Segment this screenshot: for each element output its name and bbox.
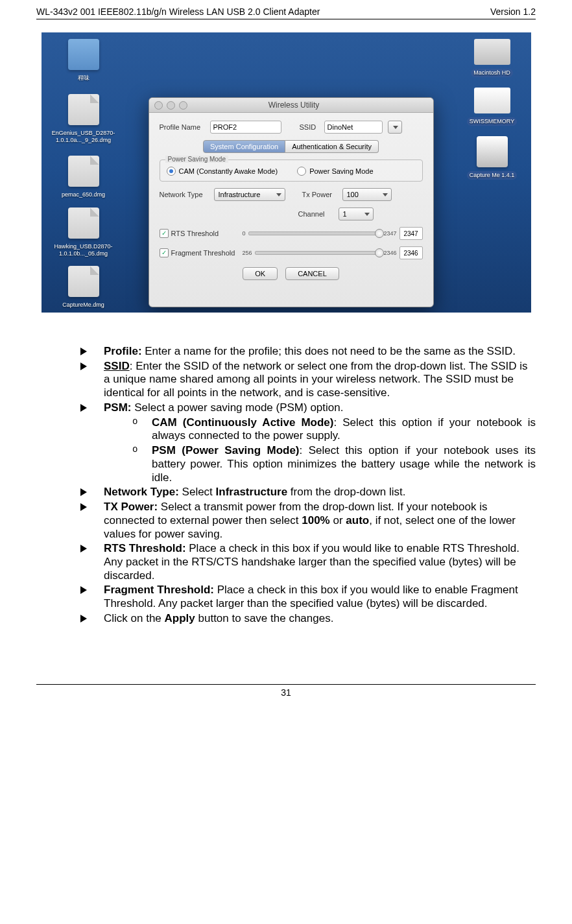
b2: auto: [346, 514, 369, 527]
t: button to save the changes.: [195, 612, 334, 624]
channel-label: Channel: [298, 210, 333, 218]
psm-group-label: Power Saving Mode: [165, 156, 229, 163]
ssid-input[interactable]: DinoNet: [324, 121, 383, 134]
t: or: [330, 514, 346, 527]
profile-name-label: Profile Name: [160, 123, 205, 131]
dmg-icon: [68, 207, 99, 239]
bullet-network-type: Network Type: Select Infrastructure from…: [80, 486, 536, 499]
rts-value-box[interactable]: 2347: [399, 227, 423, 240]
bullet-network-bold: Infrastructure: [216, 486, 288, 498]
cancel-button[interactable]: CANCEL: [285, 267, 339, 280]
radio-icon: [297, 167, 306, 176]
zoom-icon[interactable]: [179, 101, 187, 110]
t: Click on the: [104, 612, 165, 624]
header-right: Version 1.2: [490, 6, 536, 17]
bullet-network-label: Network Type:: [104, 486, 179, 498]
tab-authentication-security[interactable]: Authentication & Security: [285, 140, 379, 153]
rts-checkbox[interactable]: [160, 229, 169, 238]
frag-slider[interactable]: [255, 251, 381, 255]
bullet-rts-label: RTS Threshold:: [104, 542, 186, 554]
desktop-drive-macintosh: Macintosh HD: [460, 39, 525, 77]
frag-value-box[interactable]: 2346: [399, 246, 423, 259]
header-left: WL-343v2 001 IEEE802.11b/g/n Wireless LA…: [36, 6, 320, 17]
ok-button[interactable]: OK: [243, 267, 278, 280]
radio-cam-label: CAM (Constantly Awake Mode): [179, 167, 278, 175]
folder-icon: [68, 39, 99, 70]
drive-icon: [474, 88, 510, 113]
t: from the drop-down list.: [287, 486, 405, 498]
frag-min: 256: [243, 250, 252, 256]
ssid-dropdown[interactable]: [388, 121, 402, 134]
radio-icon: [167, 167, 176, 176]
bullet-psm-text: Select a power saving mode (PSM) option.: [132, 401, 344, 414]
rts-slider[interactable]: [248, 231, 381, 235]
radio-psm-label: Power Saving Mode: [309, 167, 373, 175]
network-type-select[interactable]: Infrastructure: [214, 188, 285, 201]
icon-label: Capture Me 1.4.1: [467, 171, 518, 180]
close-icon[interactable]: [154, 101, 163, 110]
desktop-dmg-engenius: EnGenius_USB_D2870-1.0.1.0a..._9_26.dmg: [51, 94, 116, 145]
bullet-psm-psm-label: PSM (Power Saving Mode): [152, 444, 300, 456]
frag-checkbox[interactable]: [160, 248, 169, 257]
b1: 100%: [302, 514, 329, 527]
icon-label: SWISSMEMORY: [467, 117, 517, 126]
radio-psm[interactable]: Power Saving Mode: [297, 167, 373, 176]
bullet-ssid-text: : Enter the SSID of the network or selec…: [104, 360, 528, 399]
bullet-frag-label: Fragment Threshold:: [104, 584, 214, 596]
channel-select[interactable]: 1: [339, 207, 374, 220]
traffic-lights[interactable]: [154, 101, 187, 110]
tab-system-configuration[interactable]: System Configuration: [203, 140, 285, 153]
bullet-psm-label: PSM:: [104, 401, 132, 414]
bullet-psm-cam-label: CAM (Continuously Active Mode): [152, 416, 333, 429]
bullet-psm: PSM: Select a power saving mode (PSM) op…: [80, 401, 536, 484]
desktop-drive-swiss: SWISSMEMORY: [460, 88, 525, 126]
t: Select: [179, 486, 216, 498]
page-number: 31: [281, 687, 291, 698]
document-body: Profile: Enter a name for the profile; t…: [36, 345, 536, 626]
desktop-app-captureme: Capture Me 1.4.1: [460, 136, 525, 180]
bullet-tx-power: TX Power: Select a transmit power from t…: [80, 501, 536, 541]
tx-power-label: Tx Power: [302, 191, 337, 198]
icon-label: Hawking_USB.D2870-1.0.1.0b..._05.dmg: [51, 243, 116, 258]
rts-max: 2347: [383, 230, 396, 237]
bullet-profile-text: Enter a name for the profile; this does …: [142, 345, 516, 357]
icon-label: CaptureMe.dmg: [60, 301, 107, 309]
wireless-utility-window: Wireless Utility Profile Name PROF2 SSID…: [149, 97, 434, 307]
psm-groupbox: Power Saving Mode CAM (Constantly Awake …: [160, 160, 423, 182]
macos-desktop-screenshot: 程味 EnGenius_USB_D2870-1.0.1.0a..._9_26.d…: [42, 32, 531, 313]
frag-max: 2346: [383, 250, 396, 256]
desktop-dmg-pemac: pemac_650.dmg: [51, 156, 116, 199]
window-titlebar: Wireless Utility: [149, 98, 433, 113]
desktop-dmg-hawking: Hawking_USB.D2870-1.0.1.0b..._05.dmg: [51, 207, 116, 258]
desktop-folder: 程味: [51, 39, 116, 82]
bullet-psm-cam: CAM (Continuously Active Mode): Select t…: [132, 416, 536, 443]
bullet-tx-label: TX Power:: [104, 501, 158, 513]
bullet-ssid-label: SSID: [104, 360, 130, 372]
dmg-icon: [68, 266, 99, 297]
bullet-psm-psm: PSM (Power Saving Mode): Select this opt…: [132, 444, 536, 484]
radio-cam[interactable]: CAM (Constantly Awake Mode): [167, 167, 278, 176]
network-type-label: Network Type: [160, 191, 209, 198]
page-header: WL-343v2 001 IEEE802.11b/g/n Wireless LA…: [36, 6, 536, 19]
dmg-icon: [68, 94, 99, 125]
bullet-apply-bold: Apply: [165, 612, 195, 624]
icon-label: 程味: [75, 74, 92, 82]
page-footer: 31: [36, 684, 536, 698]
bullet-profile: Profile: Enter a name for the profile; t…: [80, 345, 536, 359]
icon-label: pemac_650.dmg: [59, 191, 108, 199]
window-title: Wireless Utility: [187, 101, 401, 110]
bullet-apply: Click on the Apply button to save the ch…: [80, 612, 536, 626]
icon-label: Macintosh HD: [471, 69, 513, 77]
dmg-icon: [68, 156, 99, 187]
app-icon: [477, 136, 508, 167]
rts-min: 0: [243, 230, 246, 237]
profile-name-input[interactable]: PROF2: [210, 121, 281, 134]
bullet-rts: RTS Threshold: Place a check in this box…: [80, 542, 536, 582]
desktop-dmg-captureme: CaptureMe.dmg: [51, 266, 116, 309]
fragment-threshold-label: Fragment Threshold: [171, 249, 240, 257]
minimize-icon[interactable]: [167, 101, 175, 110]
bullet-fragment: Fragment Threshold: Place a check in thi…: [80, 584, 536, 610]
rts-threshold-label: RTS Threshold: [171, 230, 240, 237]
bullet-ssid: SSID: Enter the SSID of the network or s…: [80, 360, 536, 400]
tx-power-select[interactable]: 100: [342, 188, 392, 201]
